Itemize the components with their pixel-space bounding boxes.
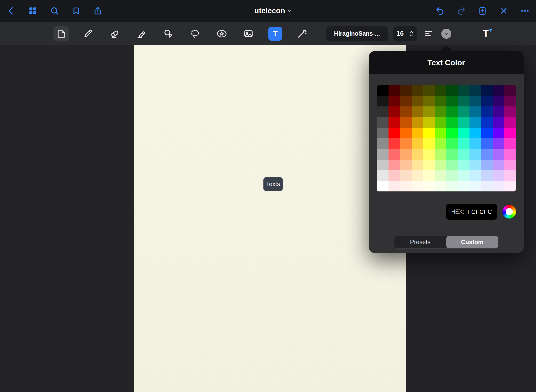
color-swatch[interactable]: [481, 170, 493, 181]
search-icon[interactable]: [50, 6, 59, 16]
color-swatch[interactable]: [435, 96, 446, 106]
color-swatch[interactable]: [423, 170, 435, 181]
color-swatch[interactable]: [481, 149, 493, 160]
color-swatch[interactable]: [469, 138, 481, 149]
highlighter-tool[interactable]: [134, 26, 149, 41]
eraser-tool[interactable]: [107, 26, 122, 41]
color-swatch[interactable]: [423, 128, 435, 138]
color-swatch[interactable]: [377, 117, 389, 128]
share-icon[interactable]: [93, 6, 103, 16]
color-swatch[interactable]: [458, 160, 469, 170]
color-swatch[interactable]: [504, 138, 516, 149]
color-swatch[interactable]: [493, 149, 504, 160]
font-button[interactable]: HiraginoSans-...: [326, 26, 388, 41]
color-swatch[interactable]: [412, 85, 423, 96]
text-align-button[interactable]: [422, 28, 434, 39]
color-swatch[interactable]: [446, 149, 458, 160]
color-swatch[interactable]: [412, 181, 423, 191]
color-swatch[interactable]: [400, 181, 412, 191]
color-swatch[interactable]: [458, 85, 469, 96]
close-icon[interactable]: [499, 6, 509, 16]
color-swatch[interactable]: [493, 96, 504, 106]
color-swatch[interactable]: [469, 181, 481, 191]
shapes-tool[interactable]: [161, 26, 176, 41]
text-object[interactable]: Texts: [263, 177, 283, 191]
text-color-button[interactable]: [441, 29, 451, 39]
color-swatch[interactable]: [458, 117, 469, 128]
elements-tool[interactable]: [214, 26, 229, 41]
color-swatch[interactable]: [469, 149, 481, 160]
color-swatch[interactable]: [481, 117, 493, 128]
color-swatch[interactable]: [423, 181, 435, 191]
color-swatch[interactable]: [446, 96, 458, 106]
color-swatch[interactable]: [423, 96, 435, 106]
color-swatch[interactable]: [458, 106, 469, 117]
color-swatch[interactable]: [493, 128, 504, 138]
pages-grid-icon[interactable]: [28, 6, 38, 16]
color-swatch[interactable]: [412, 96, 423, 106]
color-swatch[interactable]: [389, 160, 400, 170]
laser-pointer-tool[interactable]: [294, 26, 310, 41]
color-swatch[interactable]: [481, 138, 493, 149]
color-swatch[interactable]: [435, 149, 446, 160]
color-swatch[interactable]: [504, 117, 516, 128]
color-swatch[interactable]: [423, 106, 435, 117]
undo-icon[interactable]: [435, 6, 445, 16]
color-swatch[interactable]: [377, 138, 389, 149]
color-swatch[interactable]: [389, 149, 400, 160]
color-swatch[interactable]: [377, 160, 389, 170]
color-swatch[interactable]: [446, 181, 458, 191]
color-swatch[interactable]: [469, 106, 481, 117]
hex-input[interactable]: HEX: FCFCFC: [446, 204, 497, 220]
color-swatch[interactable]: [458, 149, 469, 160]
favorite-text-style-button[interactable]: T ♥: [479, 26, 493, 41]
color-swatch[interactable]: [458, 181, 469, 191]
color-swatch[interactable]: [469, 128, 481, 138]
color-swatch[interactable]: [481, 181, 493, 191]
color-swatch[interactable]: [481, 96, 493, 106]
color-swatch[interactable]: [389, 128, 400, 138]
color-swatch[interactable]: [423, 85, 435, 96]
color-swatch[interactable]: [435, 85, 446, 96]
color-swatch[interactable]: [458, 96, 469, 106]
color-swatch[interactable]: [389, 170, 400, 181]
color-swatch[interactable]: [389, 106, 400, 117]
color-swatch[interactable]: [435, 117, 446, 128]
color-swatch[interactable]: [412, 138, 423, 149]
image-tool[interactable]: [241, 26, 256, 41]
color-swatch[interactable]: [412, 160, 423, 170]
segment-custom[interactable]: Custom: [446, 236, 498, 248]
color-swatch[interactable]: [377, 106, 389, 117]
color-swatch[interactable]: [389, 181, 400, 191]
color-swatch[interactable]: [389, 85, 400, 96]
color-swatch[interactable]: [389, 117, 400, 128]
color-swatch[interactable]: [504, 85, 516, 96]
color-swatch[interactable]: [481, 106, 493, 117]
color-swatch[interactable]: [446, 170, 458, 181]
color-swatch[interactable]: [446, 106, 458, 117]
color-swatch[interactable]: [377, 128, 389, 138]
back-icon[interactable]: [6, 6, 16, 16]
color-swatch[interactable]: [389, 138, 400, 149]
page-view-tool[interactable]: [54, 26, 69, 41]
color-swatch[interactable]: [493, 138, 504, 149]
color-swatch[interactable]: [435, 170, 446, 181]
add-page-icon[interactable]: [478, 6, 487, 16]
redo-icon[interactable]: [456, 6, 466, 16]
color-swatch[interactable]: [377, 181, 389, 191]
color-swatch[interactable]: [400, 85, 412, 96]
color-swatch[interactable]: [446, 117, 458, 128]
color-swatch[interactable]: [423, 149, 435, 160]
color-swatch[interactable]: [493, 170, 504, 181]
color-swatch[interactable]: [423, 160, 435, 170]
color-swatch[interactable]: [504, 106, 516, 117]
color-wheel-icon[interactable]: [502, 205, 516, 219]
font-size-stepper[interactable]: 16: [393, 26, 417, 41]
color-swatch[interactable]: [458, 128, 469, 138]
color-swatch[interactable]: [493, 160, 504, 170]
color-swatch[interactable]: [446, 85, 458, 96]
color-swatch[interactable]: [493, 181, 504, 191]
document-title[interactable]: utelecon: [255, 7, 292, 15]
color-swatch[interactable]: [504, 181, 516, 191]
color-swatch[interactable]: [377, 149, 389, 160]
